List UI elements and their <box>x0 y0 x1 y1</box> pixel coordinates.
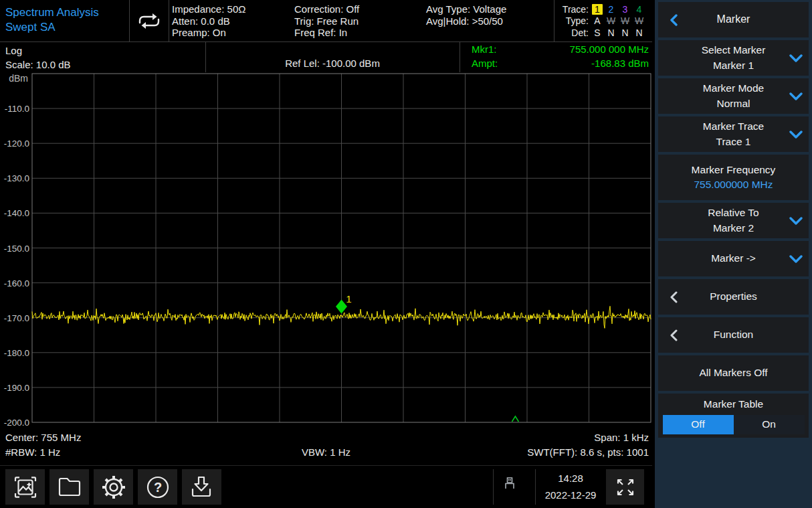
save-button[interactable] <box>182 469 221 505</box>
svg-text:-150.0: -150.0 <box>4 244 29 254</box>
correction-readout: Correction: Off <box>294 3 359 15</box>
header-input-settings: Impedance: 50Ω Atten: 0.0 dB Preamp: On <box>172 3 245 39</box>
chevron-down-icon <box>789 54 803 62</box>
svg-text:-110.0: -110.0 <box>5 104 29 114</box>
marker-trace-dropdown[interactable]: Marker Trace Trace 1 <box>658 116 809 152</box>
time-value: 14:28 <box>537 470 604 487</box>
trace-1-indicator[interactable]: 1 <box>592 4 603 15</box>
marker-freq-readout: Mkr1:755.000 000 MHz <box>472 44 649 55</box>
freq-ref-readout: Freq Ref: In <box>294 27 359 39</box>
marker-table-off-button[interactable]: Off <box>663 415 734 434</box>
marker-frequency-label: Marker Frequency <box>692 163 776 178</box>
header-trig-settings: Correction: Off Trig: Free Run Freq Ref:… <box>294 3 359 39</box>
svg-text:-120.0: -120.0 <box>4 139 29 149</box>
trace-det-3: N <box>618 27 632 38</box>
file-explorer-button[interactable] <box>49 469 89 505</box>
marker-trace-value: Trace 1 <box>716 135 751 150</box>
clock-readout[interactable]: 14:28 2022-12-29 <box>537 470 604 503</box>
avg-type-readout: Avg Type: Voltage <box>426 3 506 15</box>
trace-type-1: A <box>592 15 603 26</box>
svg-text:-200.0: -200.0 <box>4 418 29 428</box>
header-avg-settings: Avg Type: Voltage Avg|Hold: >50/50 <box>426 3 506 27</box>
trace-legend[interactable]: Trace:1234 Type:AWWW Det:SNNN <box>556 3 650 39</box>
marker-table-control: Marker Table Off On <box>658 394 809 438</box>
relative-to-value: Marker 2 <box>713 221 754 236</box>
trig-readout: Trig: Free Run <box>294 15 359 27</box>
marker-menu-header[interactable]: Marker <box>658 2 809 37</box>
chevron-down-icon <box>789 255 803 263</box>
trace-2-indicator[interactable]: 2 <box>604 4 618 15</box>
marker-mode-label: Marker Mode <box>703 81 764 96</box>
select-marker-label: Select Marker <box>702 43 766 58</box>
chevron-down-icon <box>789 92 803 100</box>
marker-ampt-readout: Ampt:-168.83 dBm <box>472 58 649 69</box>
app-title[interactable]: Spectrum Analysis Swept SA <box>5 5 99 35</box>
trace-det-4: N <box>632 27 646 38</box>
type-row-label: Type: <box>556 15 589 26</box>
marker-table-on-button[interactable]: On <box>734 415 805 434</box>
select-marker-dropdown[interactable]: Select Marker Marker 1 <box>658 40 809 76</box>
preamp-readout: Preamp: On <box>172 27 245 39</box>
screenshot-button[interactable] <box>5 469 45 505</box>
function-label: Function <box>714 327 753 343</box>
trace-3-indicator[interactable]: 3 <box>618 4 632 15</box>
marker-frequency-value: 755.000000 MHz <box>694 177 773 193</box>
all-markers-off-button[interactable]: All Markers Off <box>658 355 809 391</box>
det-row-label: Det: <box>556 27 589 38</box>
scale-type: Log <box>5 44 71 58</box>
trace-type-4: W <box>632 15 646 26</box>
marker-1-label: 1 <box>346 293 351 305</box>
chevron-left-icon <box>670 291 678 303</box>
marker-trace-label: Marker Trace <box>703 119 764 135</box>
trace-det-1: S <box>592 27 603 38</box>
sweep-loop-icon[interactable] <box>134 9 164 33</box>
spectrum-chart[interactable]: dBm-110.0-120.0-130.0-140.0-150.0-160.0-… <box>0 72 652 428</box>
header-bar: Spectrum Analysis Swept SA Impedance: 50… <box>0 0 652 42</box>
trace-det-2: N <box>604 27 618 38</box>
footer-annotations: Center: 755 MHz #RBW: 1 Hz VBW: 1 Hz Spa… <box>0 429 652 465</box>
impedance-readout: Impedance: 50Ω <box>172 3 245 15</box>
sidebar-title: Marker <box>717 12 750 27</box>
marker-mode-value: Normal <box>717 96 750 112</box>
ref-level-readout[interactable]: Ref Lel: -100.00 dBm <box>205 58 460 69</box>
marker-mode-dropdown[interactable]: Marker Mode Normal <box>658 78 809 114</box>
properties-submenu[interactable]: Properties <box>658 279 809 315</box>
svg-text:-130.0: -130.0 <box>4 173 29 183</box>
trace-type-3: W <box>618 15 632 26</box>
avg-hold-readout: Avg|Hold: >50/50 <box>426 15 506 27</box>
trace-type-2: W <box>604 15 618 26</box>
marker-to-label: Marker -> <box>711 251 756 266</box>
svg-text:dBm: dBm <box>9 73 28 84</box>
scale-readout[interactable]: Log Scale: 10.0 dB <box>5 44 71 72</box>
relative-to-dropdown[interactable]: Relative To Marker 2 <box>658 203 809 238</box>
atten-readout: Atten: 0.0 dB <box>172 15 245 27</box>
center-freq-readout[interactable]: Center: 755 MHz <box>5 430 81 445</box>
app-title-line1: Spectrum Analysis <box>5 5 99 20</box>
marker-table-toggle: Off On <box>663 415 805 434</box>
svg-text:-190.0: -190.0 <box>4 383 29 393</box>
help-button[interactable]: ? <box>138 469 177 505</box>
function-submenu[interactable]: Function <box>658 317 809 353</box>
svg-text:-140.0: -140.0 <box>4 208 29 218</box>
relative-to-label: Relative To <box>708 205 758 221</box>
properties-label: Properties <box>710 289 757 305</box>
chevron-left-icon <box>670 329 678 341</box>
expand-button[interactable] <box>606 469 644 505</box>
app-title-line2: Swept SA <box>5 20 99 35</box>
trace-4-indicator[interactable]: 4 <box>632 4 646 15</box>
marker-to-dropdown[interactable]: Marker -> <box>658 241 809 276</box>
select-marker-value: Marker 1 <box>713 58 754 74</box>
trace-row-label: Trace: <box>556 4 589 15</box>
settings-button[interactable] <box>94 469 133 505</box>
marker-menu-sidebar: Marker Select Marker Marker 1 Marker Mod… <box>652 0 812 508</box>
span-readout[interactable]: Span: 1 kHz <box>527 430 649 445</box>
date-value: 2022-12-29 <box>537 487 604 503</box>
marker-table-label: Marker Table <box>704 397 763 412</box>
main-area: Spectrum Analysis Swept SA Impedance: 50… <box>0 0 652 508</box>
annotation-row: Log Scale: 10.0 dB Ref Lel: -100.00 dBm … <box>0 42 652 72</box>
swt-readout[interactable]: SWT(FFT): 8.6 s, pts: 1001 <box>527 445 649 460</box>
marker-frequency-field[interactable]: Marker Frequency 755.000000 MHz <box>658 155 809 200</box>
svg-text:-160.0: -160.0 <box>4 278 29 288</box>
scale-value: Scale: 10.0 dB <box>5 58 71 72</box>
chevron-down-icon <box>789 131 803 139</box>
